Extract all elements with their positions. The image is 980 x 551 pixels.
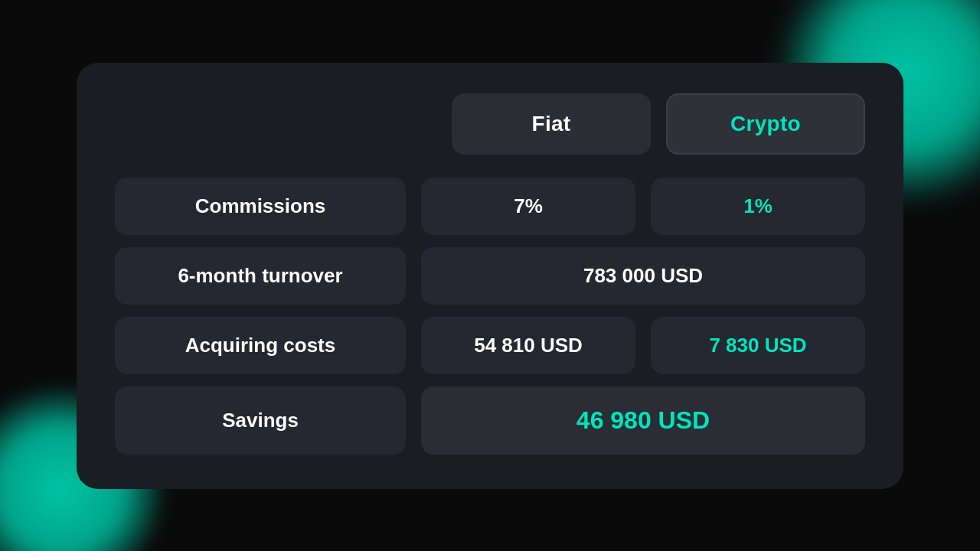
turnover-label-cell: 6-month turnover — [115, 247, 406, 305]
commissions-label-cell: Commissions — [115, 178, 406, 235]
acquiring-label: Acquiring costs — [185, 334, 335, 357]
commissions-row: Commissions 7% 1% — [115, 178, 865, 235]
savings-value: 46 980 USD — [577, 406, 710, 435]
turnover-values: 783 000 USD — [421, 247, 865, 305]
acquiring-fiat-cell: 54 810 USD — [421, 317, 635, 374]
tab-crypto[interactable]: Crypto — [666, 93, 865, 155]
turnover-value: 783 000 USD — [583, 264, 703, 288]
commissions-values: 7% 1% — [421, 178, 865, 235]
commissions-fiat-cell: 7% — [421, 178, 635, 235]
savings-value-cell: 46 980 USD — [421, 386, 865, 455]
turnover-row: 6-month turnover 783 000 USD — [115, 247, 865, 305]
savings-label: Savings — [222, 409, 299, 432]
acquiring-row: Acquiring costs 54 810 USD 7 830 USD — [115, 317, 865, 374]
turnover-value-cell: 783 000 USD — [421, 247, 865, 305]
savings-label-cell: Savings — [115, 386, 406, 455]
commissions-crypto-value: 1% — [743, 194, 773, 218]
tab-row: Fiat Crypto — [115, 93, 865, 155]
data-rows: Commissions 7% 1% 6-month turnover 783 0… — [115, 178, 865, 455]
acquiring-crypto-value: 7 830 USD — [709, 334, 806, 357]
acquiring-crypto-cell: 7 830 USD — [651, 317, 865, 374]
commissions-label: Commissions — [195, 194, 326, 218]
acquiring-values: 54 810 USD 7 830 USD — [421, 317, 865, 374]
savings-values: 46 980 USD — [421, 386, 865, 455]
turnover-label: 6-month turnover — [178, 264, 342, 288]
acquiring-label-cell: Acquiring costs — [115, 317, 406, 374]
acquiring-fiat-value: 54 810 USD — [474, 334, 583, 357]
main-card: Fiat Crypto Commissions 7% 1% 6-month tu… — [77, 63, 903, 489]
savings-row: Savings 46 980 USD — [115, 386, 865, 455]
tab-fiat[interactable]: Fiat — [452, 93, 651, 155]
commissions-fiat-value: 7% — [514, 194, 543, 218]
commissions-crypto-cell: 1% — [651, 178, 865, 235]
